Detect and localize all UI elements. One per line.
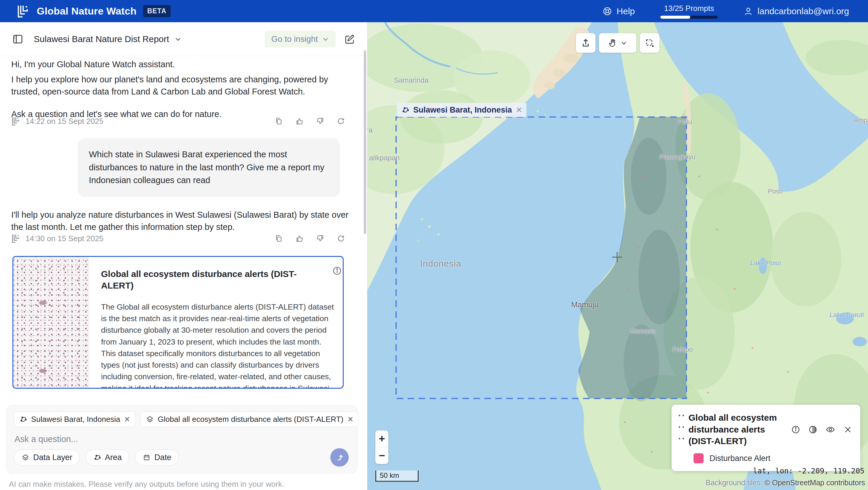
copy-icon[interactable] [274, 117, 283, 126]
user-message: Which state in Sulawesi Barat experience… [78, 138, 340, 197]
prompts-quota: 13/25 Prompts [660, 4, 718, 19]
report-title-chevron-down-icon[interactable] [174, 35, 182, 43]
map-region-chip[interactable]: Sulawesi Barat, Indonesia ✕ [397, 103, 526, 117]
share-map-button[interactable] [576, 33, 595, 53]
attribution-source-link[interactable]: © OpenStreetMap contributors [765, 479, 865, 487]
layer-panel[interactable]: Global all ecosystem disturbance alerts … [672, 405, 860, 471]
drag-handle-icon[interactable] [679, 415, 684, 447]
composer: Sulawesi Barat, Indonesia ✕ Global all e… [6, 405, 357, 473]
user-email: landcarbonlab@wri.org [757, 6, 849, 16]
map-label: Mamasa [630, 327, 655, 335]
attribution-prefix: Background tiles: [706, 479, 765, 487]
top-bar: Global Nature Watch BETA Help 13/25 Prom… [0, 0, 868, 22]
area-button[interactable]: Area [86, 450, 129, 465]
layer-visibility-icon[interactable] [825, 425, 835, 435]
layers-icon [21, 453, 30, 462]
context-chip-label: Sulawesi Barat, Indonesia [31, 415, 120, 424]
account-menu[interactable]: landcarbonlab@wri.org [743, 6, 849, 16]
legend-swatch [693, 453, 704, 463]
context-chip-area[interactable]: Sulawesi Barat, Indonesia ✕ [14, 411, 135, 427]
context-chip-layer[interactable]: Global all ecosystem disturbance alerts … [141, 411, 359, 427]
copy-icon[interactable] [274, 234, 283, 243]
scale-label: 50 km [380, 471, 399, 479]
zoom-in-button[interactable]: + [375, 430, 389, 447]
chevron-down-icon [322, 35, 329, 43]
area-icon [19, 415, 27, 423]
layers-icon [146, 415, 154, 423]
message-meta: 14:30 on 15 Sept 2025 [11, 234, 345, 243]
global-nature-watch-app: Global Nature Watch BETA Help 13/25 Prom… [0, 0, 868, 490]
map-label: alikpapan [369, 154, 400, 162]
date-button[interactable]: Date [135, 450, 179, 465]
map-label: Samarinda [394, 76, 428, 85]
prompts-progress-bar [660, 16, 718, 19]
info-icon[interactable] [332, 266, 342, 276]
chat-scrollbar[interactable] [364, 50, 366, 234]
brand[interactable]: Global Nature Watch BETA [17, 4, 170, 18]
dataset-title: Global all ecosystem disturbance alerts … [101, 268, 326, 291]
map-label: Lake Poso [750, 259, 781, 267]
layer-opacity-icon[interactable] [808, 425, 818, 434]
zoom-control: + − [375, 430, 389, 464]
assistant-message-line: I'll help you analyze nature disturbance… [11, 209, 352, 233]
map-label: Indonesia [420, 258, 461, 269]
message-timestamp: 14:30 on 15 Sept 2025 [26, 234, 103, 243]
question-input[interactable] [14, 434, 282, 445]
thumbs-down-icon[interactable] [316, 234, 325, 243]
prompts-progress-fill [660, 16, 690, 19]
date-label: Date [154, 453, 171, 462]
regenerate-icon[interactable] [337, 234, 345, 243]
chevron-down-icon [620, 39, 628, 47]
map-view[interactable]: Samarinda ra alikpapan Pasangkayu Palu I… [367, 22, 868, 490]
zoom-out-button[interactable]: − [375, 447, 389, 464]
area-icon [93, 453, 101, 462]
message-meta: 14:22 on 15 Sept 2025 [11, 116, 345, 126]
thumbs-up-icon[interactable] [295, 234, 304, 243]
close-icon[interactable]: ✕ [124, 415, 130, 424]
send-button[interactable] [330, 448, 349, 467]
help-button[interactable]: Help [602, 6, 635, 16]
dataset-description: The Global all ecosystem disturbance ale… [101, 301, 338, 389]
map-label: Poso [768, 187, 783, 195]
app-logo-icon [17, 4, 30, 18]
app-title: Global Nature Watch [37, 5, 136, 17]
thumbs-up-icon[interactable] [295, 117, 304, 126]
draw-area-button[interactable] [640, 33, 659, 53]
select-area-icon [644, 38, 655, 48]
report-title[interactable]: Sulawesi Barat Nature Dist Report [34, 34, 169, 44]
close-icon[interactable]: ✕ [347, 415, 353, 424]
ai-disclaimer: AI can make mistakes. Please verify any … [9, 480, 284, 489]
share-icon [580, 38, 591, 48]
assistant-message-line: I help you explore how our planet's land… [11, 73, 352, 98]
prompts-label: 13/25 Prompts [664, 4, 714, 13]
data-layer-button[interactable]: Data Layer [14, 450, 80, 465]
map-label: Ampana [854, 116, 868, 124]
regenerate-icon[interactable] [337, 117, 345, 126]
map-label: Lake Towuti [830, 311, 864, 319]
map-tool-select-dropdown[interactable] [599, 33, 636, 53]
chat-panel-header: Sulawesi Barat Nature Dist Report Go to … [0, 22, 367, 56]
thumbs-down-icon[interactable] [316, 117, 325, 126]
layer-info-icon[interactable] [791, 425, 801, 434]
assistant-logo-icon [11, 234, 21, 243]
layer-close-icon[interactable] [843, 425, 852, 434]
user-message-text: Which state in Sulawesi Barat experience… [89, 150, 324, 185]
map-label: Pasangkayu [659, 153, 695, 161]
sidebar-toggle-icon[interactable] [12, 33, 24, 45]
go-to-insight-button[interactable]: Go to insight [265, 31, 336, 48]
help-icon [602, 6, 612, 16]
data-layer-label: Data Layer [33, 453, 72, 462]
map-attribution: Background tiles: © OpenStreetMap contri… [706, 479, 865, 487]
map-toolbar [576, 33, 659, 53]
map-label: Palu [678, 118, 692, 126]
beta-badge: BETA [143, 5, 170, 17]
close-icon[interactable]: ✕ [516, 105, 522, 115]
cursor-coordinates: lat, lon: -2.209, 119.205 [753, 467, 864, 475]
area-label: Area [105, 453, 122, 462]
calendar-icon [143, 453, 151, 462]
dataset-card[interactable]: Global all ecosystem disturbance alerts … [12, 256, 344, 389]
help-label: Help [617, 6, 635, 16]
assistant-message: I'll help you analyze nature disturbance… [11, 209, 352, 236]
new-chat-icon[interactable] [344, 33, 355, 45]
map-label: ra [367, 126, 372, 134]
